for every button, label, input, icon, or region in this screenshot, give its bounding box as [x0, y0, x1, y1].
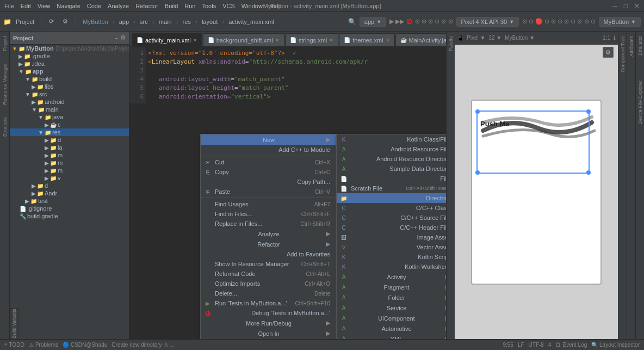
breadcrumb-file[interactable]: activity_main.xml: [226, 19, 276, 25]
submenu-folder[interactable]: A Folder ▶: [337, 292, 446, 303]
device-dropdown[interactable]: Pixel 4 XL API 30 ▼: [456, 17, 519, 27]
menu-vcs[interactable]: VCS: [222, 3, 235, 9]
menu-bar[interactable]: File Edit View Navigate Code Analyze Ref…: [4, 3, 282, 9]
app-dropdown[interactable]: app ▼: [360, 17, 386, 27]
tree-item-gradle[interactable]: ▶ 📁 .gradle: [10, 52, 129, 60]
tree-item-m1[interactable]: ▶ 📁 m: [10, 151, 129, 159]
menu-edit[interactable]: Edit: [21, 3, 31, 9]
submenu-kotlin-worksheet[interactable]: K Kotlin Worksheet: [337, 262, 446, 272]
tree-item-andr[interactable]: ▶ 📁 Andr: [10, 189, 129, 197]
tree-item-app[interactable]: ▼ 📁 app: [10, 67, 129, 75]
submenu-scratch-file[interactable]: 📄 Scratch File Ctrl+Alt+Shift+Insert: [337, 183, 446, 193]
menu-item-debug-tests[interactable]: 🐞 Debug 'Tests in MyButton.a...': [201, 308, 336, 318]
tree-collapse-icon[interactable]: –: [115, 35, 118, 41]
tree-item-mybtn[interactable]: ▼ 📁 MyButton D:\project\AndroidStudioPro…: [10, 45, 129, 52]
menu-code[interactable]: Code: [87, 3, 101, 9]
structure-label[interactable]: Structure: [2, 117, 8, 137]
build-variants-label[interactable]: Build Variants: [11, 309, 17, 339]
submenu-kotlin-script[interactable]: K Kotlin Script: [337, 252, 446, 262]
tree-item-m3[interactable]: ▶ 📁 m: [10, 167, 129, 174]
breadcrumb-app[interactable]: app: [117, 19, 131, 25]
tree-item-buildgradle[interactable]: 🔧 build.gradle: [10, 212, 129, 220]
menu-item-cut[interactable]: ✂ Cut Ctrl+X: [201, 157, 336, 167]
minimize-button[interactable]: ─: [612, 2, 617, 10]
tab-themes[interactable]: 📄 themes.xml ✕: [339, 33, 394, 46]
breadcrumb-layout[interactable]: layout: [200, 19, 220, 25]
layout-inspector-link[interactable]: 🔍 Layout Inspector: [591, 342, 640, 348]
menu-run[interactable]: Run: [184, 3, 195, 9]
submenu-sample-data[interactable]: A Sample Data Directory: [337, 164, 446, 174]
tree-item-java[interactable]: ▼ 📁 java: [10, 113, 129, 121]
tree-item-test[interactable]: ▶ 📁 test: [10, 197, 129, 205]
breadcrumb-mybtn[interactable]: MyButton: [81, 19, 110, 25]
toolbar-settings-icon[interactable]: ⚙: [59, 17, 71, 26]
tree-settings-icon[interactable]: ⚙: [120, 34, 126, 41]
menu-analyze[interactable]: Analyze: [108, 3, 129, 9]
tab-close-strings[interactable]: ✕: [329, 38, 333, 43]
preview-device-icon[interactable]: 📱: [457, 35, 463, 41]
palette-label[interactable]: Palette: [447, 32, 455, 56]
menu-file[interactable]: File: [4, 3, 14, 9]
submenu-uicomponent[interactable]: A UiComponent ▶: [337, 313, 446, 323]
menu-tools[interactable]: Tools: [202, 3, 216, 9]
tree-item-android[interactable]: ▶ 📁 android: [10, 98, 129, 106]
tree-item-la[interactable]: ▶ 📁 la: [10, 144, 129, 151]
tab-background-shift[interactable]: 📄 background_shift.xml ✕: [203, 33, 284, 46]
mybutton-dropdown[interactable]: MyButton ▼: [599, 17, 641, 27]
menu-item-refactor[interactable]: Refactor ▶: [201, 239, 336, 249]
submenu-kotlin-class[interactable]: K Kotlin Class/File: [337, 134, 446, 144]
tree-item-main[interactable]: ▼ 📁 main: [10, 106, 129, 113]
close-button[interactable]: ✕: [634, 2, 640, 10]
tree-item-gitignore[interactable]: 📄 .gitignore: [10, 205, 129, 212]
tree-item-idea[interactable]: ▶ 📁 .idea: [10, 60, 129, 67]
tree-item-src[interactable]: ▼ 📁 src: [10, 90, 129, 98]
menu-navigate[interactable]: Navigate: [57, 3, 80, 9]
submenu-vector-asset[interactable]: V Vector Asset: [337, 242, 446, 252]
tree-item-d1[interactable]: ▶ 📁 d: [10, 136, 129, 144]
resource-manager-label[interactable]: Resource Manager: [2, 63, 8, 105]
submenu-cpp-source[interactable]: C C/C++ Source File: [337, 213, 446, 223]
menu-view[interactable]: View: [38, 3, 51, 9]
submenu-android-res-dir[interactable]: A Android Resource Directory: [337, 154, 446, 164]
attributes-label[interactable]: Attributes: [628, 32, 635, 61]
tree-item-build[interactable]: ▼ 📁 build: [10, 75, 129, 83]
menu-item-local-history[interactable]: Local History ▶: [201, 339, 336, 339]
maximize-button[interactable]: □: [624, 2, 628, 10]
tab-mainactivity[interactable]: ☕ MainActivity.java ✕: [395, 33, 446, 46]
tab-close-activity-main[interactable]: ✕: [193, 38, 197, 43]
submenu-service[interactable]: A Service ▶: [337, 303, 446, 313]
submenu-android-res-file[interactable]: A Android Resource File: [337, 144, 446, 154]
submenu-directory[interactable]: 📁 Directory: [337, 193, 446, 203]
tree-item-m2[interactable]: ▶ 📁 m: [10, 159, 129, 167]
tab-strings[interactable]: 📄 strings.xml ✕: [285, 33, 339, 46]
menu-item-optimize[interactable]: Optimize Imports Ctrl+Alt+O: [201, 279, 336, 288]
menu-item-analyze[interactable]: Analyze ▶: [201, 229, 336, 239]
preview-mybutton-dropdown[interactable]: MyButton ▼: [505, 35, 535, 41]
tab-close-bg[interactable]: ✕: [275, 38, 280, 43]
menu-item-copy[interactable]: ⎘ Copy Ctrl+C: [201, 167, 336, 177]
menu-item-run-tests[interactable]: ▶ Run 'Tests in MyButton.a...' Ctrl+Shif…: [201, 298, 336, 308]
tree-item-c1[interactable]: ▶ ☕ c: [10, 121, 129, 128]
menu-item-show-resource[interactable]: Show In Resource Manager Ctrl+Shift+T: [201, 259, 336, 269]
menu-item-reformat[interactable]: Reformat Code Ctrl+Alt+L: [201, 269, 336, 279]
search-icon[interactable]: 🔍: [348, 18, 356, 26]
tree-item-res[interactable]: ▼ 📁 res: [10, 128, 129, 136]
submenu-automotive[interactable]: A Automotive ▶: [337, 323, 446, 334]
menu-item-copy-path[interactable]: Copy Path...: [201, 177, 336, 187]
menu-window[interactable]: Window: [242, 3, 263, 9]
menu-item-more-run[interactable]: More Run/Debug ▶: [201, 318, 336, 328]
menu-item-find-usages[interactable]: Find Usages Alt+F7: [201, 199, 336, 209]
editor-content[interactable]: 1 2 3 4 5 6 <?xml version="1.0" encoding…: [129, 47, 446, 339]
component-tree-label[interactable]: Component Tree: [619, 32, 627, 77]
breadcrumb-main[interactable]: main: [157, 19, 174, 25]
submenu-activity[interactable]: A Activity ▶: [337, 272, 446, 282]
menu-refactor[interactable]: Refactor: [135, 3, 158, 9]
tree-item-d2[interactable]: ▶ 📁 d: [10, 182, 129, 189]
menu-item-delete[interactable]: Delete... Delete: [201, 288, 336, 298]
menu-item-paste[interactable]: ⎗ Paste Ctrl+V: [201, 187, 336, 197]
breadcrumb-src[interactable]: src: [138, 19, 150, 25]
menu-item-new[interactable]: New ▶: [201, 134, 336, 145]
submenu-file[interactable]: 📄 File: [337, 174, 446, 183]
problems-label[interactable]: ⚠ Problems: [29, 342, 58, 348]
git-label[interactable]: 🔵 CSDN@Shadu: [63, 342, 107, 348]
